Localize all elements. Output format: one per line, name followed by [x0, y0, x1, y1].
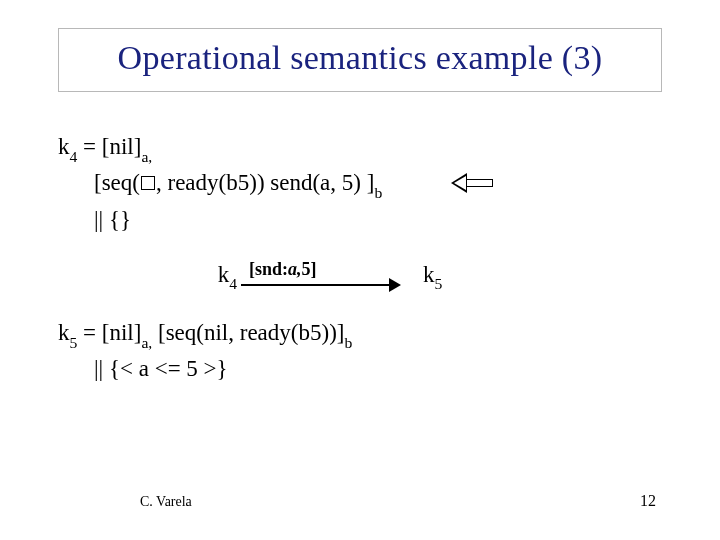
transition-left-sub: 4 — [229, 275, 237, 292]
k5-symbol: k — [58, 320, 70, 345]
slide-title-box: Operational semantics example (3) — [58, 28, 662, 92]
k4-subscript: 4 — [70, 148, 78, 165]
slide-content: k4 = [nil]a, [seq(, ready(b5)) send(a, 5… — [58, 130, 662, 386]
k4-sub-a: a, — [141, 148, 152, 165]
k5-definition: k5 = [nil]a, [seq(nil, ready(b5))]b || {… — [58, 316, 662, 386]
k5-parallel-msg: || {< a <= 5 >} — [94, 356, 228, 381]
k4-line1: k4 = [nil]a, — [58, 130, 662, 166]
k5-subscript: 5 — [70, 334, 78, 351]
k4-sub-b: b — [374, 184, 382, 201]
k4-seq-rest: , ready(b5)) send(a, 5) ] — [156, 170, 374, 195]
footer-page-number: 12 — [640, 492, 656, 510]
transition-left-k: k — [218, 262, 230, 287]
hole-box-icon — [141, 176, 155, 190]
transition-right: k5 — [423, 258, 442, 294]
k4-line3: || {} — [58, 203, 662, 236]
k5-equals-nil: = [nil] — [77, 320, 141, 345]
k5-line1: k5 = [nil]a, [seq(nil, ready(b5))]b — [58, 316, 662, 352]
k4-definition: k4 = [nil]a, [seq(, ready(b5)) send(a, 5… — [58, 130, 662, 236]
transition-label-ital: a, — [288, 259, 302, 279]
k4-parallel-empty: || {} — [94, 207, 131, 232]
footer-author: C. Varela — [140, 494, 192, 510]
arrow-head-icon — [389, 278, 401, 292]
k4-line2: [seq(, ready(b5)) send(a, 5) ]b — [58, 166, 662, 202]
k5-sub-b: b — [344, 334, 352, 351]
transition: k4 [snd:a,5] k5 — [28, 258, 632, 294]
arrow-line-icon — [241, 284, 393, 286]
k4-seq-open: [seq( — [94, 170, 140, 195]
slide-title: Operational semantics example (3) — [77, 39, 643, 77]
transition-label-prefix: [snd: — [249, 259, 288, 279]
transition-label-suffix: 5] — [302, 259, 317, 279]
k4-equals-nil: = [nil] — [77, 134, 141, 159]
transition-right-k: k — [423, 262, 435, 287]
hollow-left-arrow-icon — [451, 174, 493, 192]
transition-right-sub: 5 — [435, 275, 443, 292]
transition-label: [snd:a,5] — [249, 256, 317, 282]
transition-arrow: [snd:a,5] — [241, 268, 401, 294]
transition-left: k4 — [218, 258, 237, 294]
k5-seq-rest: [seq(nil, ready(b5))] — [152, 320, 344, 345]
k5-line2: || {< a <= 5 >} — [58, 352, 662, 385]
k4-symbol: k — [58, 134, 70, 159]
k5-sub-a: a, — [141, 334, 152, 351]
